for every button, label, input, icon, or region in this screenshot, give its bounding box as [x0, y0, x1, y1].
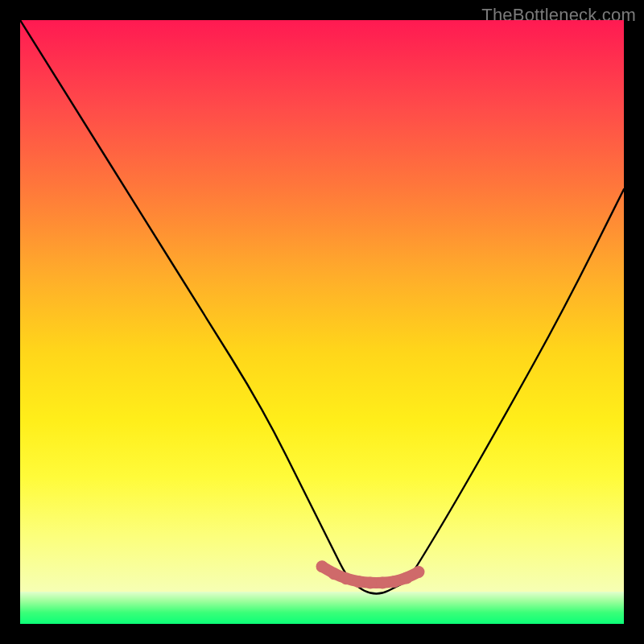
bottleneck-curve: [20, 20, 624, 594]
optimal-range-dot: [389, 576, 401, 588]
optimal-range-dot: [413, 566, 425, 578]
optimal-range-dot: [328, 568, 341, 580]
chart-plot-area: [20, 20, 624, 624]
optimal-range-dot: [341, 572, 353, 584]
optimal-range-dots: [316, 560, 425, 588]
optimal-range-dot: [401, 572, 413, 584]
optimal-range-dot: [316, 560, 328, 572]
chart-svg: [20, 20, 624, 624]
optimal-range-dot: [353, 576, 365, 588]
optimal-range-dot: [365, 577, 377, 589]
optimal-range-dot: [377, 577, 389, 589]
